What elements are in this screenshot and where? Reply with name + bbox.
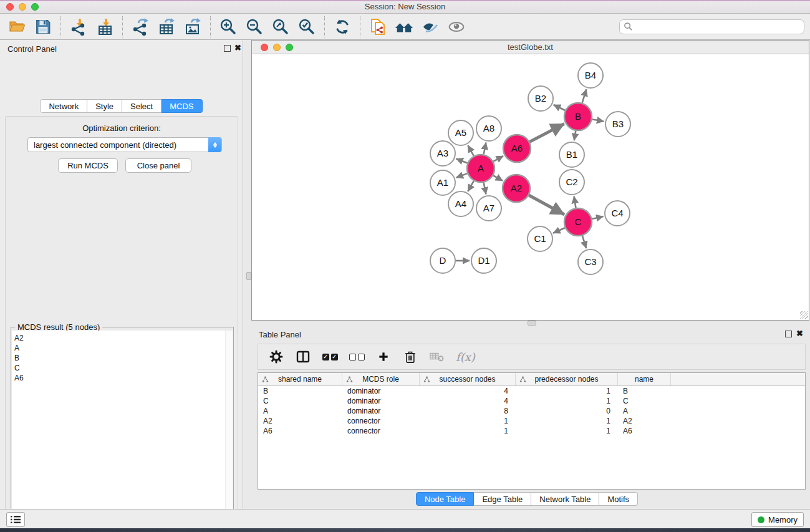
graph-node-A4[interactable]: A4: [448, 191, 473, 216]
save-session-button[interactable]: [32, 16, 54, 37]
table-cell[interactable]: 1: [516, 426, 618, 436]
table-cell[interactable]: A2: [258, 416, 342, 426]
tab-select[interactable]: Select: [122, 99, 162, 113]
run-mcds-button[interactable]: Run MCDS: [58, 158, 118, 173]
tab-style[interactable]: Style: [87, 99, 122, 113]
graph-node-D1[interactable]: D1: [471, 248, 496, 273]
network-canvas[interactable]: B4B2BB3A8A5A6A3B1AC2A1A2A4A7C4CC1DD1C3: [252, 54, 809, 320]
column-header-MCDS-role[interactable]: MCDS role: [342, 373, 420, 385]
table-cell[interactable]: 1: [420, 416, 516, 426]
table-row[interactable]: Cdominator41C: [258, 396, 805, 406]
graph-node-C1[interactable]: C1: [528, 226, 552, 251]
unselect-all-columns-button[interactable]: [349, 349, 365, 365]
table-row[interactable]: A6connector11A6: [258, 426, 805, 436]
mcds-result-item[interactable]: A: [12, 343, 225, 353]
open-session-button[interactable]: [6, 16, 27, 37]
table-cell[interactable]: dominator: [342, 406, 420, 416]
table-cell[interactable]: A: [618, 406, 671, 416]
table-cell[interactable]: 0: [516, 406, 618, 416]
mcds-result-item[interactable]: C: [12, 363, 225, 373]
tab-motifs[interactable]: Motifs: [599, 492, 638, 506]
delete-column-button[interactable]: [402, 349, 418, 365]
graph-node-A2[interactable]: A2: [503, 175, 530, 202]
graph-node-A5[interactable]: A5: [448, 120, 473, 145]
task-history-button[interactable]: [6, 512, 25, 527]
column-header-name[interactable]: name: [618, 373, 671, 385]
hide-details-button[interactable]: [420, 16, 441, 37]
delete-table-button[interactable]: [429, 349, 445, 365]
home-views-button[interactable]: [393, 16, 415, 37]
table-row[interactable]: Adominator80A: [258, 406, 805, 416]
refresh-view-button[interactable]: [332, 16, 353, 37]
table-cell[interactable]: dominator: [342, 386, 420, 396]
tab-mcds[interactable]: MCDS: [162, 99, 202, 113]
graph-node-D[interactable]: D: [430, 248, 455, 273]
mcds-result-item[interactable]: A2: [12, 333, 225, 343]
search-field[interactable]: [619, 19, 804, 34]
show-details-button[interactable]: [446, 16, 467, 37]
graph-node-A[interactable]: A: [467, 155, 494, 182]
close-panel-button[interactable]: Close panel: [125, 158, 191, 173]
close-panel-icon[interactable]: ✖: [234, 43, 241, 52]
graph-node-C[interactable]: C: [564, 208, 592, 236]
table-cell[interactable]: dominator: [342, 396, 420, 406]
table-row[interactable]: Bdominator41B: [258, 386, 805, 396]
tab-edge-table[interactable]: Edge Table: [474, 492, 531, 506]
table-cell[interactable]: B: [258, 386, 342, 396]
graph-node-A8[interactable]: A8: [476, 116, 501, 141]
vertical-splitter-handle[interactable]: [246, 272, 251, 280]
column-header-shared-name[interactable]: shared name: [258, 373, 342, 385]
show-columns-button[interactable]: [295, 349, 311, 365]
graph-node-B4[interactable]: B4: [578, 63, 603, 88]
table-cell[interactable]: A6: [618, 426, 671, 436]
table-cell[interactable]: connector: [342, 416, 420, 426]
table-settings-button[interactable]: [268, 349, 284, 365]
search-input[interactable]: [633, 22, 800, 31]
tab-network-table[interactable]: Network Table: [531, 492, 599, 506]
graph-node-C2[interactable]: C2: [559, 170, 584, 195]
zoom-out-button[interactable]: [244, 16, 265, 37]
table-cell[interactable]: 4: [420, 396, 516, 406]
graph-node-A7[interactable]: A7: [476, 196, 501, 221]
table-row[interactable]: A2connector11A2: [258, 416, 805, 426]
optimization-criterion-select[interactable]: largest connected component (directed): [27, 137, 222, 152]
table-cell[interactable]: connector: [342, 426, 420, 436]
graph-node-B2[interactable]: B2: [528, 86, 553, 111]
table-cell[interactable]: 1: [420, 426, 516, 436]
tab-network[interactable]: Network: [40, 99, 87, 113]
export-table-button[interactable]: [156, 16, 177, 37]
graph-node-C3[interactable]: C3: [578, 249, 603, 274]
table-cell[interactable]: A2: [618, 416, 671, 426]
float-panel-icon[interactable]: [224, 45, 231, 52]
graph-node-A3[interactable]: A3: [430, 141, 455, 166]
table-cell[interactable]: 1: [516, 416, 618, 426]
import-table-button[interactable]: [94, 16, 115, 37]
zoom-selected-button[interactable]: [296, 16, 317, 37]
table-cell[interactable]: A: [258, 406, 342, 416]
import-network-button[interactable]: [68, 16, 89, 37]
resize-grip-icon[interactable]: [800, 311, 808, 319]
table-cell[interactable]: A6: [258, 426, 342, 436]
column-header-predecessor-nodes[interactable]: predecessor nodes: [516, 373, 618, 385]
zoom-in-button[interactable]: [218, 16, 239, 37]
graph-node-A1[interactable]: A1: [430, 170, 455, 195]
mcds-result-item[interactable]: B: [12, 353, 225, 363]
table-cell[interactable]: 4: [420, 386, 516, 396]
function-builder-button[interactable]: f(x): [456, 351, 475, 364]
memory-button[interactable]: Memory: [751, 512, 804, 527]
tab-node-table[interactable]: Node Table: [416, 492, 475, 506]
table-close-icon[interactable]: ✖: [796, 329, 803, 338]
zoom-fit-button[interactable]: [270, 16, 291, 37]
table-cell[interactable]: 1: [516, 396, 618, 406]
select-all-columns-button[interactable]: ✓✓: [322, 349, 338, 365]
create-column-button[interactable]: [375, 349, 392, 365]
graph-node-A6[interactable]: A6: [503, 135, 531, 162]
graph-node-C4[interactable]: C4: [605, 201, 630, 226]
result-scrollbar[interactable]: [225, 331, 233, 532]
clone-network-button[interactable]: [367, 16, 388, 37]
table-float-icon[interactable]: [785, 331, 792, 337]
table-cell[interactable]: C: [618, 396, 671, 406]
graph-node-B[interactable]: B: [564, 103, 592, 130]
table-cell[interactable]: C: [258, 396, 342, 406]
table-cell[interactable]: 1: [516, 386, 618, 396]
